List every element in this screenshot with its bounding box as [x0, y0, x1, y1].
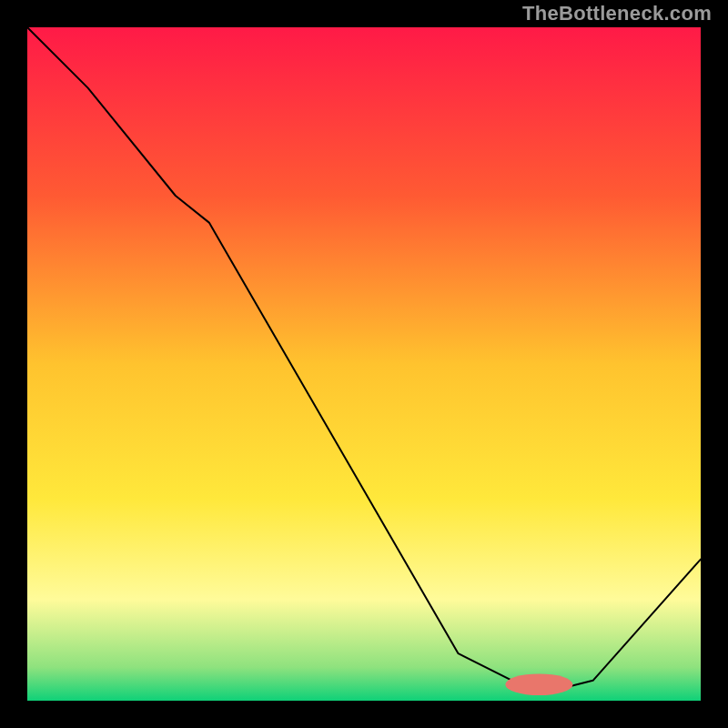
- attribution-text: TheBottleneck.com: [522, 2, 712, 25]
- plot-area: [27, 27, 701, 701]
- background-rect: [27, 27, 701, 701]
- graphic-highlight-marker: [505, 673, 572, 695]
- chart-stage: TheBottleneck.com: [0, 0, 728, 728]
- chart-svg: [27, 27, 701, 701]
